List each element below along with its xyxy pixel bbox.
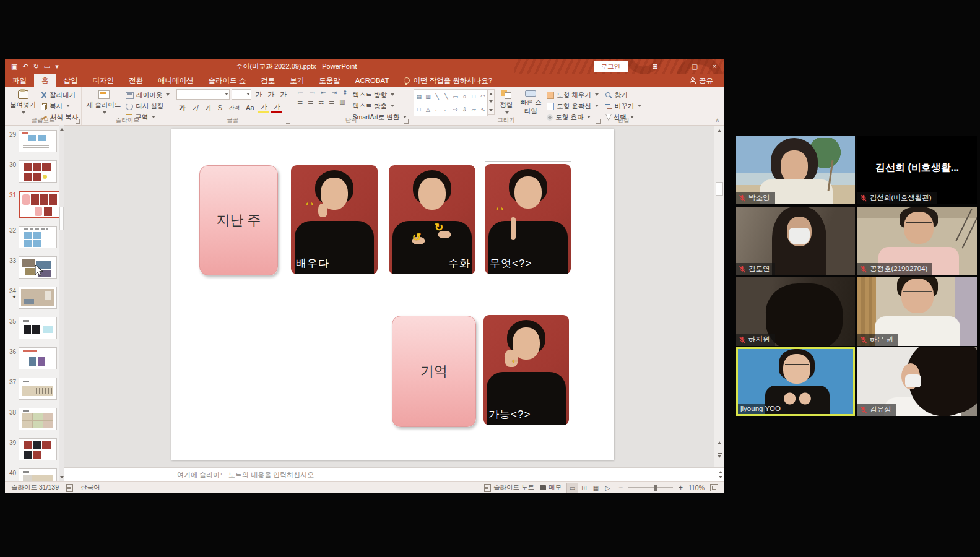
dialog-launcher-icon[interactable]	[286, 119, 290, 124]
layout-button[interactable]: 레이아웃	[126, 91, 170, 100]
menu-tab[interactable]: 보기	[282, 74, 311, 87]
font-style-button[interactable]: 간격	[227, 104, 242, 112]
alignment-button[interactable]: ▥	[337, 98, 346, 105]
slide-thumbnail[interactable]: 40 ★	[5, 468, 64, 481]
participant-tile[interactable]: 공정호(21902704)	[857, 207, 977, 275]
scroll-up-icon[interactable]	[719, 469, 722, 473]
scroll-up-icon[interactable]	[489, 91, 493, 95]
shape-icon[interactable]: ∿	[480, 106, 485, 113]
shape-icon[interactable]: ▤	[416, 93, 422, 100]
fit-to-window-icon[interactable]	[710, 484, 718, 491]
menu-tab[interactable]: 도움말	[311, 74, 348, 87]
shape-outline-button[interactable]: 도형 윤곽선	[547, 102, 598, 111]
shape-icon[interactable]: ○	[463, 93, 466, 100]
menu-tab[interactable]: 애니메이션	[150, 74, 201, 87]
shape-icon[interactable]: ⇨	[453, 106, 458, 113]
restore-icon[interactable]: ▢	[685, 59, 705, 74]
qat-icon[interactable]: ▭	[44, 63, 50, 70]
menu-tab[interactable]: ACROBAT	[348, 74, 397, 87]
ribbon-display-options-icon[interactable]: ⊞	[645, 59, 665, 74]
sign-language-image[interactable]: ↔ 무엇<?>	[485, 164, 571, 274]
menu-tab[interactable]: 검토	[253, 74, 282, 87]
shape-icon[interactable]: ▥	[425, 93, 431, 100]
paragraph-tool-button[interactable]: ≔	[295, 89, 305, 96]
login-button[interactable]: 로그인	[594, 61, 628, 72]
new-slide-button[interactable]: 새 슬라이드	[85, 89, 123, 117]
sign-language-image[interactable]: ← 가능<?>	[483, 315, 569, 425]
slide-thumbnail-image[interactable]	[19, 408, 57, 430]
sign-language-image[interactable]: ↔ 배우다	[291, 165, 378, 274]
paragraph-tool-button[interactable]: ⇥	[330, 89, 339, 96]
slide-thumbnail[interactable]: 37 ★	[5, 378, 64, 400]
font-style-button[interactable]: 가	[189, 103, 201, 113]
paste-button[interactable]: 붙여넣기	[8, 89, 38, 117]
font-tool-button[interactable]: 가	[278, 90, 288, 99]
shape-icon[interactable]: ⌐	[444, 106, 448, 113]
align-text-button[interactable]: 텍스트 맞춤	[353, 102, 407, 111]
slide-canvas[interactable]: 지난 주 기억 ↔ 배우다	[171, 129, 614, 460]
qat-icon[interactable]: ↶	[22, 63, 28, 70]
menu-tab[interactable]: 파일	[5, 74, 34, 87]
slide-thumbnail-image[interactable]	[19, 130, 57, 152]
font-style-button[interactable]: S	[215, 104, 224, 111]
paragraph-tool-button[interactable]: ⇕	[340, 89, 349, 96]
participant-tile[interactable]: jiyoung YOO	[736, 347, 855, 416]
zoom-in-button[interactable]: +	[679, 483, 683, 492]
slide-thumbnail-image[interactable]	[19, 287, 57, 309]
participant-tile[interactable]: 김도연	[736, 207, 855, 275]
zoom-slider-thumb[interactable]	[654, 485, 657, 491]
view-button[interactable]: ▷	[602, 483, 613, 493]
font-style-button[interactable]: Aa	[244, 104, 256, 111]
menu-tab[interactable]: 삽입	[56, 74, 85, 87]
alignment-button[interactable]: ☰	[295, 98, 304, 105]
font-style-button[interactable]: 가	[271, 102, 282, 113]
close-icon[interactable]: ×	[705, 59, 724, 74]
shape-icon[interactable]: □	[417, 106, 420, 113]
slide-thumbnail[interactable]: 30 ★	[5, 160, 64, 183]
slide-thumbnail-image[interactable]	[19, 226, 57, 248]
next-slide-button[interactable]	[718, 453, 722, 460]
language-indicator[interactable]: 한국어	[80, 483, 100, 492]
view-button[interactable]: ⊞	[579, 483, 589, 493]
previous-slide-button[interactable]	[718, 439, 722, 447]
qat-icon[interactable]: ▣	[11, 63, 17, 70]
shapes-gallery-scrollbar[interactable]	[488, 89, 495, 115]
font-style-button[interactable]: 가	[202, 103, 214, 113]
alignment-button[interactable]: ☱	[306, 98, 314, 105]
dialog-launcher-icon[interactable]	[404, 119, 409, 124]
paragraph-tool-button[interactable]: ⇤	[319, 89, 327, 96]
qat-icon[interactable]: ▾	[55, 63, 59, 70]
slide-thumbnail-image[interactable]	[19, 378, 57, 400]
notes-status-icon[interactable]	[66, 484, 73, 492]
participant-tile[interactable]: 박소영	[736, 136, 855, 204]
shape-icon[interactable]: ╲	[436, 93, 439, 100]
menu-tab[interactable]: 슬라이드 쇼	[201, 74, 254, 87]
alignment-button[interactable]: ☰	[327, 98, 336, 105]
sign-language-image[interactable]: ↻ ↺ 수화	[389, 165, 475, 274]
menu-tab[interactable]: 홈	[34, 74, 56, 87]
cut-button[interactable]: 잘라내기	[41, 91, 78, 100]
participant-tile[interactable]: 하은 권	[857, 277, 977, 346]
dialog-launcher-icon[interactable]	[596, 119, 601, 124]
slide-thumbnail-image[interactable]	[19, 468, 57, 481]
notes-pane[interactable]: 여기에 슬라이드 노트의 내용을 입력하십시오	[64, 467, 724, 481]
font-style-button[interactable]: 가	[176, 103, 188, 113]
find-button[interactable]: 찾기	[605, 91, 642, 100]
zoom-slider[interactable]	[628, 487, 673, 488]
zoom-out-button[interactable]: −	[618, 483, 623, 492]
slide-thumbnail-image[interactable]	[19, 317, 57, 339]
slide-text-box[interactable]: 기억	[392, 316, 476, 427]
font-style-button[interactable]: 가	[258, 102, 269, 113]
slide-thumbnail-image[interactable]	[19, 347, 57, 369]
editor-scrollbar[interactable]	[714, 125, 724, 467]
view-button[interactable]: ▦	[591, 483, 601, 493]
comments-button[interactable]: 메모	[540, 483, 562, 492]
slide-thumbnail[interactable]: 39 ★	[5, 438, 64, 460]
slide-thumbnail[interactable]: 36 ★	[5, 347, 64, 369]
scroll-up-icon[interactable]	[718, 127, 721, 132]
scrollbar-thumb[interactable]	[59, 207, 64, 230]
dialog-launcher-icon[interactable]	[76, 119, 80, 124]
tellme-search[interactable]: 어떤 작업을 원하시나요?	[404, 76, 492, 85]
scroll-down-icon[interactable]	[719, 476, 722, 480]
slide-thumbnail[interactable]: 29 ★	[5, 130, 64, 152]
